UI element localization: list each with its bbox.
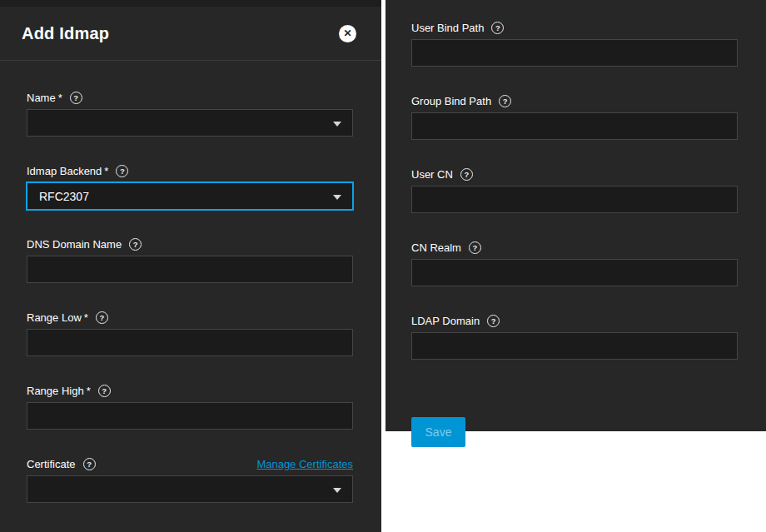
select-certificate[interactable] — [27, 475, 353, 503]
help-icon[interactable]: ? — [70, 92, 82, 104]
right-form-panel: User Bind Path ? Group Bind Path ? — [385, 0, 766, 431]
field-dns-domain-name: DNS Domain Name ? — [27, 237, 353, 283]
help-icon[interactable]: ? — [83, 458, 96, 470]
field-label-row: Range Low * ? — [27, 311, 353, 324]
field-label: Range Low * — [27, 311, 88, 324]
chevron-down-icon — [333, 122, 341, 127]
help-icon[interactable]: ? — [116, 165, 128, 177]
dialog-header: Add Idmap ✕ — [0, 7, 381, 61]
input-range-low[interactable] — [27, 329, 353, 356]
page: Add Idmap ✕ Name * ? Idmap Backend * ? — [0, 0, 766, 532]
field-label-row: Certificate ? Manage Certificates — [27, 457, 353, 470]
field-label: Idmap Backend * — [27, 165, 108, 177]
help-icon[interactable]: ? — [129, 238, 142, 251]
save-row: Save — [385, 387, 766, 447]
field-user-cn: User CN ? — [411, 167, 738, 213]
field-label: User Bind Path — [411, 22, 484, 34]
add-idmap-dialog: Add Idmap ✕ Name * ? Idmap Backend * ? — [0, 0, 381, 532]
input-group-bind-path[interactable] — [411, 112, 738, 140]
field-certificate: Certificate ? Manage Certificates — [27, 457, 353, 503]
chevron-down-icon — [333, 488, 341, 493]
field-label-row: Name * ? — [27, 91, 353, 104]
input-user-cn[interactable] — [411, 186, 738, 213]
field-user-bind-path: User Bind Path ? — [411, 21, 738, 67]
required-asterisk: * — [104, 165, 108, 177]
help-icon[interactable]: ? — [98, 385, 111, 397]
help-icon[interactable]: ? — [96, 311, 108, 324]
field-idmap-backend: Idmap Backend * ? RFC2307 — [27, 164, 353, 210]
field-label-row: CN Realm ? — [411, 241, 738, 254]
field-label-row: Idmap Backend * ? — [27, 164, 353, 177]
field-label-row: User CN ? — [411, 167, 738, 181]
field-label-row: Range High * ? — [27, 384, 353, 397]
field-label-row: DNS Domain Name ? — [27, 237, 353, 251]
help-icon[interactable]: ? — [491, 22, 504, 34]
required-asterisk: * — [84, 311, 88, 324]
input-range-high[interactable] — [27, 402, 353, 430]
close-icon[interactable]: ✕ — [339, 25, 356, 42]
left-form-fields: Name * ? Idmap Backend * ? RFC2307 — [0, 61, 381, 503]
manage-certificates-link[interactable]: Manage Certificates — [256, 458, 353, 470]
select-idmap-backend[interactable]: RFC2307 — [27, 182, 353, 210]
field-label: CN Realm — [411, 241, 461, 254]
field-range-low: Range Low * ? — [27, 311, 353, 356]
field-label: User CN — [411, 168, 453, 181]
chevron-down-icon — [333, 195, 341, 200]
required-asterisk: * — [58, 92, 62, 104]
select-value: RFC2307 — [27, 190, 89, 203]
field-label: LDAP Domain — [411, 315, 480, 327]
input-dns-domain-name[interactable] — [27, 256, 353, 283]
field-label-row: Group Bind Path ? — [411, 94, 738, 107]
help-icon[interactable]: ? — [460, 168, 473, 181]
field-label-row: User Bind Path ? — [411, 21, 738, 34]
field-group-bind-path: Group Bind Path ? — [411, 94, 738, 140]
select-name[interactable] — [27, 109, 353, 137]
dialog-top-strip — [0, 0, 381, 7]
field-name: Name * ? — [27, 91, 353, 137]
field-range-high: Range High * ? — [27, 384, 353, 430]
field-ldap-domain: LDAP Domain ? — [411, 314, 738, 360]
save-button[interactable]: Save — [411, 417, 465, 447]
input-cn-realm[interactable] — [411, 259, 738, 286]
field-label: Certificate — [27, 458, 76, 470]
field-label: Range High * — [27, 385, 91, 397]
right-form-fields: User Bind Path ? Group Bind Path ? — [385, 0, 766, 360]
field-cn-realm: CN Realm ? — [411, 241, 738, 286]
field-label-row: LDAP Domain ? — [411, 314, 738, 327]
input-user-bind-path[interactable] — [411, 39, 738, 67]
help-icon[interactable]: ? — [487, 315, 500, 327]
help-icon[interactable]: ? — [499, 95, 511, 107]
field-label: Name * — [27, 92, 62, 104]
input-ldap-domain[interactable] — [411, 332, 738, 360]
required-asterisk: * — [87, 385, 91, 397]
help-icon[interactable]: ? — [469, 241, 481, 254]
field-label: Group Bind Path — [411, 95, 491, 107]
field-label: DNS Domain Name — [27, 238, 122, 251]
page-title: Add Idmap — [22, 24, 109, 43]
